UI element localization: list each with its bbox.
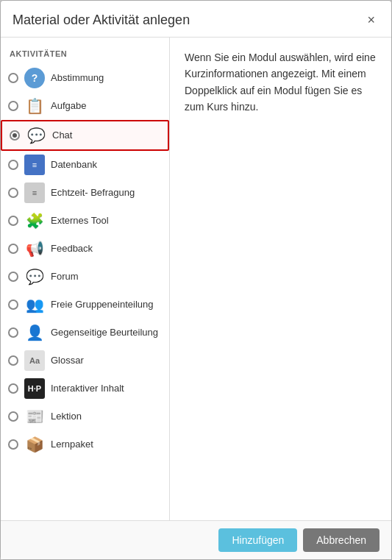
activity-item-aufgabe[interactable]: 📋Aufgabe	[1, 92, 169, 120]
label-gegenseitig: Gegenseitige Beurteilung	[51, 327, 158, 339]
icon-lektion: 📰	[24, 406, 45, 427]
activity-item-interaktiv[interactable]: H·PInteraktiver Inhalt	[1, 375, 169, 403]
info-text: Wenn Sie ein Modul auswählen, wird eine …	[185, 49, 377, 116]
radio-aufgabe	[8, 101, 18, 111]
dialog: Material oder Aktivität anlegen × AKTIVI…	[0, 0, 392, 560]
label-feedback: Feedback	[51, 243, 93, 255]
activity-item-feedback[interactable]: 📢Feedback	[1, 235, 169, 263]
radio-feedback	[8, 244, 18, 254]
label-chat: Chat	[52, 130, 72, 142]
label-forum: Forum	[51, 271, 79, 283]
radio-lektion	[8, 411, 18, 422]
icon-aufgabe: 📋	[24, 96, 45, 116]
label-lernpaket: Lernpaket	[51, 439, 93, 451]
activity-item-lernpaket[interactable]: 📦Lernpaket	[1, 430, 169, 458]
label-datenbank: Datenbank	[51, 159, 97, 171]
label-externes: Externes Tool	[51, 215, 109, 227]
label-abstimmung: Abstimmung	[51, 72, 104, 85]
radio-gegenseitig	[8, 327, 18, 338]
radio-chat	[10, 130, 20, 141]
section-header: AKTIVITÄTEN	[1, 45, 169, 64]
activity-item-gegenseitig[interactable]: 👤Gegenseitige Beurteilung	[1, 319, 169, 347]
icon-glossar: Aa	[24, 350, 45, 371]
radio-lernpaket	[8, 439, 18, 450]
icon-gegenseitig: 👤	[24, 322, 45, 343]
add-button[interactable]: Hinzufügen	[218, 528, 297, 552]
activity-item-abstimmung[interactable]: ?Abstimmung	[1, 64, 169, 92]
radio-externes	[8, 216, 18, 226]
cancel-button[interactable]: Abbrechen	[303, 528, 379, 552]
icon-forum: 💬	[24, 266, 45, 287]
activity-list: ?Abstimmung📋Aufgabe💬Chat≡Datenbank≡Echtz…	[1, 64, 169, 458]
dialog-body: AKTIVITÄTEN ?Abstimmung📋Aufgabe💬Chat≡Dat…	[1, 38, 391, 520]
radio-datenbank	[8, 160, 18, 170]
label-lektion: Lektion	[51, 411, 82, 423]
label-gruppe: Freie Gruppeneinteilung	[51, 299, 153, 311]
activity-item-gruppe[interactable]: 👥Freie Gruppeneinteilung	[1, 291, 169, 319]
left-panel: AKTIVITÄTEN ?Abstimmung📋Aufgabe💬Chat≡Dat…	[1, 38, 170, 520]
radio-interaktiv	[8, 383, 18, 394]
dialog-header: Material oder Aktivität anlegen ×	[1, 1, 391, 38]
icon-chat: 💬	[26, 125, 46, 146]
label-aufgabe: Aufgabe	[51, 100, 86, 113]
activity-item-externes[interactable]: 🧩Externes Tool	[1, 207, 169, 235]
icon-interaktiv: H·P	[24, 378, 45, 399]
icon-lernpaket: 📦	[24, 434, 45, 455]
right-panel: Wenn Sie ein Modul auswählen, wird eine …	[170, 38, 391, 520]
dialog-footer: Hinzufügen Abbrechen	[1, 520, 391, 559]
activity-item-lektion[interactable]: 📰Lektion	[1, 403, 169, 430]
icon-datenbank: ≡	[24, 155, 45, 175]
icon-feedback: 📢	[24, 238, 45, 259]
icon-echtzeit: ≡	[24, 182, 45, 203]
label-glossar: Glossar	[51, 355, 84, 367]
close-button[interactable]: ×	[363, 11, 379, 29]
radio-abstimmung	[8, 73, 18, 83]
activity-item-forum[interactable]: 💬Forum	[1, 263, 169, 291]
label-echtzeit: Echtzeit- Befragung	[51, 187, 135, 199]
activity-item-chat[interactable]: 💬Chat	[1, 120, 169, 151]
activity-item-glossar[interactable]: AaGlossar	[1, 347, 169, 375]
icon-abstimmung: ?	[24, 68, 45, 88]
activity-item-datenbank[interactable]: ≡Datenbank	[1, 151, 169, 179]
label-interaktiv: Interaktiver Inhalt	[51, 383, 124, 395]
radio-forum	[8, 272, 18, 282]
radio-gruppe	[8, 300, 18, 310]
radio-glossar	[8, 355, 18, 366]
icon-externes: 🧩	[24, 210, 45, 231]
dialog-title: Material oder Aktivität anlegen	[13, 13, 190, 28]
icon-gruppe: 👥	[24, 294, 45, 315]
activity-item-echtzeit[interactable]: ≡Echtzeit- Befragung	[1, 179, 169, 207]
radio-echtzeit	[8, 188, 18, 198]
